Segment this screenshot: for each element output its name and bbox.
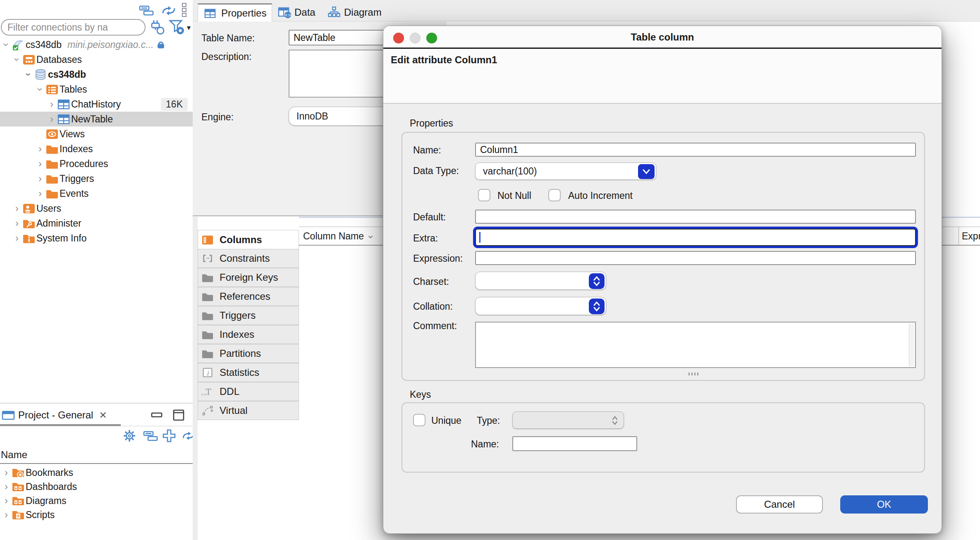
side-tab-references[interactable]: References (198, 287, 299, 306)
collapse-all-icon[interactable] (143, 430, 159, 442)
chevron-collapsed-icon[interactable]: › (46, 114, 57, 124)
side-tab-virtual[interactable]: Virtual (198, 401, 299, 420)
filter-connections-input[interactable] (1, 19, 146, 36)
sort-chevron-icon[interactable]: ⌄ (366, 229, 375, 241)
chevron-expanded-icon[interactable]: › (24, 69, 33, 80)
key-type-select-disabled[interactable] (512, 411, 624, 429)
tab-project-general[interactable]: Project - General ✕ (0, 404, 121, 426)
stepper-chevrons-icon[interactable] (589, 273, 605, 289)
project-item-bookmarks[interactable]: › Bookmarks (0, 466, 193, 480)
more-options-icon[interactable] (180, 2, 189, 18)
data-type-select[interactable]: varchar(100) (475, 162, 656, 180)
tree-item-databases[interactable]: › Databases (0, 52, 193, 67)
data-type-label: Data Type: (413, 165, 459, 177)
expand-all-icon[interactable] (162, 429, 176, 443)
unique-label: Unique (431, 415, 461, 426)
chevron-expanded-icon[interactable]: › (35, 84, 45, 95)
cancel-button[interactable]: Cancel (736, 495, 823, 514)
sync-connections-icon[interactable] (160, 4, 177, 17)
tab-properties[interactable]: Properties (198, 3, 272, 22)
plug-connect-icon[interactable] (149, 19, 167, 36)
tree-item-indexes[interactable]: › Indexes (0, 141, 193, 156)
constraints-icon (201, 252, 215, 265)
default-input[interactable] (475, 210, 916, 224)
views-icon (45, 128, 60, 140)
chevron-collapsed-icon[interactable]: › (12, 233, 22, 243)
close-icon[interactable]: ✕ (99, 410, 107, 421)
chevron-collapsed-icon[interactable]: › (46, 99, 57, 109)
ok-button[interactable]: OK (840, 495, 928, 514)
side-tab-foreign-keys[interactable]: Foreign Keys (198, 268, 299, 287)
header-underline (0, 463, 193, 464)
tree-item-administer[interactable]: › Administer (0, 216, 193, 231)
chevron-collapsed-icon[interactable]: › (12, 218, 22, 228)
chevron-expanded-icon[interactable]: › (12, 54, 22, 65)
tree-item-database-cs348db[interactable]: › cs348db (0, 67, 193, 82)
settings-gear-icon[interactable] (122, 429, 136, 443)
chevron-collapsed-icon[interactable]: › (35, 159, 45, 169)
tree-item-label: Procedures (60, 158, 108, 170)
comment-scrollbar[interactable] (909, 323, 914, 366)
extra-input-focused[interactable] (475, 229, 916, 246)
column-name-header[interactable]: Column Name (303, 231, 364, 242)
expression-header[interactable]: Expr (962, 231, 980, 242)
chevron-collapsed-icon[interactable]: › (35, 144, 45, 154)
side-tab-indexes[interactable]: Indexes (198, 325, 299, 344)
project-name-column-header[interactable]: Name (1, 449, 27, 461)
expression-input[interactable] (475, 251, 916, 265)
collapse-all-icon[interactable] (139, 5, 155, 17)
side-tab-constraints[interactable]: Constraints (198, 249, 299, 268)
project-item-diagrams[interactable]: › Diagrams (0, 494, 193, 508)
chevron-collapsed-icon[interactable]: › (35, 174, 45, 184)
dialog-resize-handle[interactable] (688, 373, 698, 375)
chevron-collapsed-icon[interactable]: › (1, 482, 12, 492)
minimize-panel-icon[interactable] (151, 409, 164, 421)
tree-item-newtable[interactable]: › NewTable (0, 112, 193, 127)
side-tab-partitions[interactable]: Partitions (198, 344, 299, 363)
comment-textarea[interactable] (475, 322, 916, 368)
stepper-chevrons-icon[interactable] (589, 299, 605, 314)
chevron-collapsed-icon[interactable]: › (1, 468, 12, 478)
tree-item-views[interactable]: › Views (0, 127, 193, 141)
tree-item-triggers[interactable]: › Triggers (0, 171, 193, 186)
unique-checkbox[interactable] (413, 414, 425, 426)
chevron-expanded-icon[interactable]: › (1, 39, 11, 50)
tree-item-users[interactable]: › Users (0, 201, 193, 216)
chevron-collapsed-icon[interactable]: › (35, 189, 45, 198)
side-tab-triggers[interactable]: Triggers (198, 306, 299, 325)
dialog-titlebar[interactable]: Table column (383, 26, 942, 49)
tree-item-system-info[interactable]: › System Info (0, 231, 193, 246)
charset-select[interactable] (475, 272, 606, 290)
dropdown-chevron-icon[interactable] (638, 164, 655, 179)
auto-increment-checkbox[interactable] (548, 189, 561, 201)
column-name-input[interactable] (475, 143, 916, 157)
key-name-input[interactable] (512, 436, 637, 451)
side-tab-ddl[interactable]: T <> DDL (198, 382, 299, 401)
tab-data[interactable]: <> Data (275, 3, 324, 22)
table-icon (57, 113, 71, 125)
tab-diagram[interactable]: Diagram (325, 3, 387, 22)
chevron-collapsed-icon[interactable]: › (1, 496, 12, 506)
filter-funnel-icon[interactable] (169, 19, 186, 36)
collation-select[interactable] (475, 297, 606, 315)
tree-item-label: Indexes (60, 143, 93, 155)
tree-item-chathistory[interactable]: › ChatHistory 16K (0, 97, 193, 112)
not-null-checkbox[interactable] (478, 189, 490, 201)
side-tab-statistics[interactable]: i Statistics (198, 363, 299, 382)
project-item-scripts[interactable]: › Scripts (0, 508, 193, 522)
tree-item-procedures[interactable]: › Procedures (0, 156, 193, 171)
tree-item-events[interactable]: › Events (0, 186, 193, 201)
tree-item-label: Tables (60, 84, 87, 95)
filter-dropdown-arrow-icon[interactable]: ▾ (187, 23, 191, 32)
chevron-collapsed-icon[interactable]: › (12, 203, 22, 213)
charset-label: Charset: (413, 276, 449, 287)
chevron-collapsed-icon[interactable]: › (1, 510, 12, 520)
tree-item-tables[interactable]: › Tables (0, 82, 193, 97)
panel-divider (0, 403, 193, 404)
mysql-connection-icon (12, 38, 26, 51)
tree-item-connection-cs348db[interactable]: › cs348db mini.peisongxiao.c... (0, 37, 193, 52)
side-tab-columns[interactable]: Columns (198, 230, 299, 249)
stepper-chevrons-gray-icon (611, 415, 619, 426)
maximize-panel-icon[interactable] (172, 409, 185, 422)
project-item-dashboards[interactable]: › Dashboards (0, 480, 193, 494)
